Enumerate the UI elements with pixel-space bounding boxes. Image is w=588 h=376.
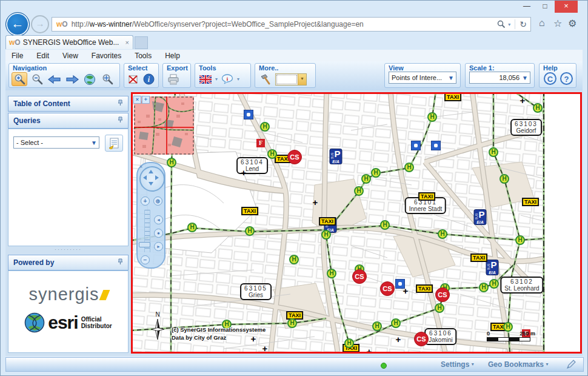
carsharing-marker[interactable]: CS (287, 150, 302, 164)
back-button[interactable]: ← (5, 12, 30, 36)
taxi-stand-marker[interactable]: TAXI (470, 253, 487, 262)
transit-stop-marker[interactable]: H (404, 163, 414, 172)
favorites-icon[interactable]: ☆ (553, 18, 562, 29)
help-button[interactable]: ? (560, 72, 573, 85)
transit-stop-marker[interactable]: H (289, 255, 299, 264)
sidebar-panel-queries[interactable]: Queries (8, 113, 129, 129)
zoom-out-control[interactable]: − (141, 255, 150, 264)
transit-stop-marker[interactable]: H (245, 226, 255, 236)
taxi-stand-marker[interactable]: TAXI (522, 198, 539, 206)
transit-stop-marker[interactable]: H (515, 235, 525, 245)
transit-stop-marker[interactable]: H (361, 174, 371, 184)
carsharing-marker[interactable]: CS (414, 332, 429, 346)
chevron-down-icon[interactable]: ▼ (91, 139, 99, 146)
parking-garage-marker[interactable] (395, 279, 405, 289)
settings-menu[interactable]: Settings ▾ (441, 360, 474, 369)
taxi-stand-marker[interactable]: TAXI (286, 311, 303, 320)
fire-station-marker[interactable]: F (256, 139, 265, 147)
step-left-control[interactable]: ◄ (154, 215, 163, 224)
search-options-caret-icon[interactable]: ▾ (508, 22, 510, 27)
sidebar-panel-powered-by[interactable]: Powered by (8, 255, 129, 270)
transit-stop-marker[interactable]: H (533, 103, 543, 113)
transit-stop-marker[interactable]: H (344, 338, 354, 348)
maximize-button[interactable]: □ (536, 1, 553, 13)
zoom-extent-button[interactable] (99, 72, 115, 86)
overview-map[interactable]: × + (134, 96, 194, 155)
query-form-button[interactable] (105, 135, 123, 152)
more-tools-combobox[interactable]: ▼ (275, 73, 307, 86)
combobox-field[interactable] (276, 74, 298, 85)
tab-close-icon[interactable]: × (125, 39, 129, 46)
tooltip-caret-icon[interactable]: ▾ (237, 76, 239, 82)
carsharing-marker[interactable]: CS (352, 269, 367, 284)
search-icon[interactable] (497, 20, 506, 29)
center-control[interactable]: ● (154, 229, 163, 238)
parking-garage-marker[interactable] (244, 110, 253, 119)
transit-stop-marker[interactable]: H (354, 186, 364, 196)
close-button[interactable]: × (555, 1, 578, 13)
menu-favorites[interactable]: Favorites (92, 52, 121, 60)
zoom-out-button[interactable] (29, 72, 45, 86)
redlining-pencil-icon[interactable] (566, 360, 576, 372)
transit-stop-marker[interactable]: H (489, 279, 499, 289)
park-and-ride-marker[interactable]: BUSPE/A (474, 209, 487, 225)
menu-edit[interactable]: Edit (36, 52, 49, 60)
map-navigation-widget[interactable]: × + ⊕ ◄ ● ► − (136, 162, 165, 269)
carsharing-marker[interactable]: CS (435, 287, 450, 302)
transit-stop-marker[interactable]: H (489, 147, 498, 157)
home-icon[interactable]: ⌂ (539, 18, 545, 29)
transit-stop-marker[interactable]: H (380, 220, 390, 230)
transit-stop-marker[interactable]: H (167, 158, 176, 167)
pin-icon[interactable] (118, 116, 123, 125)
transit-stop-marker[interactable]: H (372, 321, 382, 331)
combobox-dropdown-button[interactable]: ▼ (298, 74, 306, 85)
language-caret-icon[interactable]: ▾ (215, 76, 218, 82)
menu-file[interactable]: File (12, 52, 23, 60)
transit-stop-marker[interactable]: H (435, 303, 444, 313)
menu-help[interactable]: Help (165, 52, 180, 60)
scale-dropdown[interactable]: 18,056 ▼ (469, 72, 530, 84)
taxi-stand-marker[interactable]: TAXI (319, 217, 336, 226)
step-right-control[interactable]: ► (154, 242, 163, 251)
park-and-ride-marker[interactable]: BUSPE/A (330, 149, 342, 164)
chevron-down-icon[interactable]: ▼ (448, 75, 456, 81)
map-viewport[interactable]: 63104Lend63103Geidorf63101Innere Stadt63… (131, 92, 582, 354)
address-bar[interactable]: wO http://w-ws-wintner/WebOffice/synserv… (52, 17, 531, 32)
sidebar-splitter[interactable]: ········· (8, 246, 129, 254)
zoom-in-button[interactable] (12, 72, 27, 86)
parking-garage-marker[interactable] (431, 141, 441, 150)
overview-close-icon[interactable]: × (133, 96, 141, 104)
clear-selection-button[interactable] (127, 72, 141, 86)
taxi-stand-marker[interactable]: TAXI (444, 94, 461, 101)
taxi-stand-marker[interactable]: TAXI (418, 192, 435, 201)
browser-tab[interactable]: wO SYNERGIS WebOffice Web... × (5, 35, 133, 49)
taxi-stand-marker[interactable]: TAXI (241, 207, 258, 215)
pin-icon[interactable] (118, 258, 123, 267)
pan-control[interactable] (139, 166, 165, 192)
full-extent-control[interactable]: ⊕ (153, 196, 162, 206)
tools-hammer-button[interactable] (258, 72, 273, 86)
geo-bookmarks-menu[interactable]: Geo Bookmarks ▾ (488, 360, 548, 369)
transit-stop-marker[interactable]: H (287, 318, 297, 328)
transit-stop-marker[interactable]: H (499, 174, 509, 184)
language-flag-button[interactable] (198, 72, 213, 86)
sidebar-panel-table-of-content[interactable]: Table of Content (8, 96, 129, 112)
transit-stop-marker[interactable]: H (321, 230, 331, 240)
refresh-icon[interactable]: ↻ (520, 19, 527, 29)
map-canvas[interactable]: 63104Lend63103Geidorf63101Innere Stadt63… (133, 94, 580, 352)
next-extent-button[interactable] (64, 72, 80, 86)
gear-icon[interactable]: ⚙ (568, 18, 576, 29)
taxi-stand-marker[interactable]: TAXI (416, 284, 433, 293)
transit-stop-marker[interactable]: H (267, 149, 277, 159)
transit-stop-marker[interactable]: H (327, 269, 336, 278)
chevron-down-icon[interactable]: ▼ (522, 75, 530, 81)
zoom-in-control[interactable]: + (141, 196, 150, 206)
parking-garage-marker[interactable] (411, 141, 421, 150)
forward-button[interactable]: → (31, 15, 49, 33)
transit-stop-marker[interactable]: H (260, 122, 270, 132)
minimize-button[interactable]: — (518, 1, 535, 13)
pin-icon[interactable] (118, 99, 123, 108)
full-extent-globe-button[interactable] (82, 72, 98, 86)
carsharing-marker[interactable]: CS (380, 281, 395, 296)
redlining-tooltip-button[interactable]: i (219, 72, 235, 86)
